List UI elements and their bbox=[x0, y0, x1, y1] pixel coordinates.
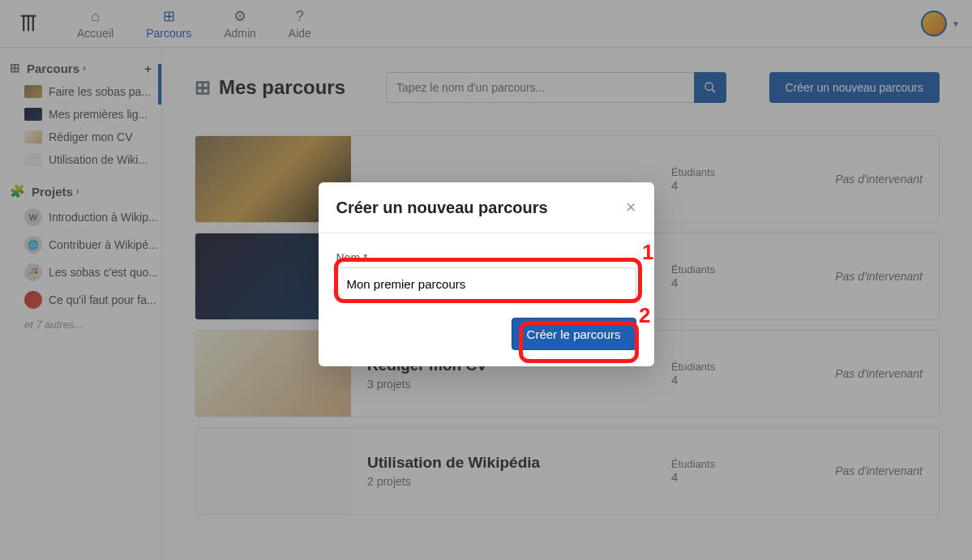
modal-overlay[interactable]: Créer un nouveau parcours × Nom * Créer … bbox=[0, 0, 972, 560]
modal-footer: Créer le parcours bbox=[319, 318, 654, 366]
modal-body: Nom * bbox=[319, 233, 654, 318]
modal-close-button[interactable]: × bbox=[626, 197, 636, 218]
annotation-number-1: 1 bbox=[642, 240, 653, 265]
modal-title: Créer un nouveau parcours bbox=[336, 199, 626, 217]
create-submit-button[interactable]: Créer le parcours bbox=[512, 318, 636, 350]
name-label: Nom * bbox=[336, 251, 636, 264]
parcours-name-input[interactable] bbox=[336, 267, 636, 300]
create-parcours-modal: Créer un nouveau parcours × Nom * Créer … bbox=[319, 182, 654, 366]
close-icon: × bbox=[626, 197, 636, 217]
annotation-number-2: 2 bbox=[639, 303, 650, 328]
modal-header: Créer un nouveau parcours × bbox=[319, 182, 654, 233]
